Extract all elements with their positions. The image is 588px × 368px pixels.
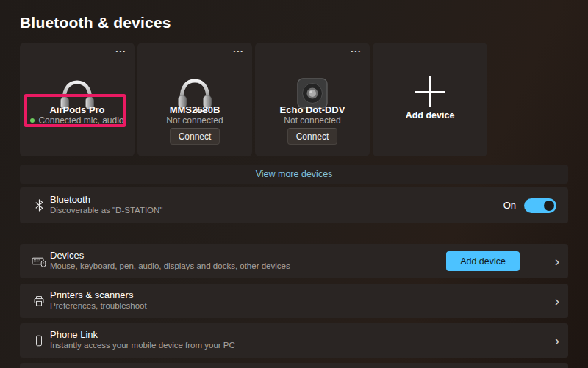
device-card-speaker[interactable]: ••• Echo Dot-DDV Not connected Connect: [255, 43, 370, 156]
bluetooth-toggle[interactable]: [524, 198, 556, 213]
bluetooth-icon: [31, 187, 47, 223]
phone-link-subtitle: Instantly access your mobile device from…: [50, 341, 235, 350]
device-name: Echo Dot-DDV: [255, 104, 370, 115]
device-status: Not connected: [255, 115, 370, 126]
headset-icon: [137, 43, 252, 113]
devices-title: Devices: [50, 250, 84, 261]
connect-button[interactable]: Connect: [287, 128, 337, 145]
device-status: Not connected: [137, 115, 252, 126]
printer-icon: [31, 284, 47, 318]
view-more-devices-link[interactable]: View more devices: [20, 165, 568, 184]
add-device-label: Add device: [373, 110, 487, 120]
page-title: Bluetooth & devices: [20, 14, 171, 32]
device-card-headset[interactable]: ••• MMS2580B Not connected Connect: [137, 43, 252, 156]
device-name: MMS2580B: [137, 104, 252, 115]
chevron-right-icon[interactable]: ›: [555, 293, 559, 307]
headphones-icon: [20, 43, 135, 113]
partial-next-row[interactable]: [20, 363, 568, 368]
printers-row[interactable]: Printers & scanners Preferences, trouble…: [20, 284, 568, 318]
toggle-knob: [544, 201, 554, 211]
add-device-card[interactable]: Add device: [373, 43, 487, 156]
toggle-state-label: On: [503, 200, 516, 211]
chevron-right-icon[interactable]: ›: [555, 333, 559, 347]
add-device-button[interactable]: Add device: [446, 251, 520, 271]
printers-subtitle: Preferences, troubleshoot: [50, 301, 147, 310]
keyboard-mouse-icon: [31, 244, 47, 278]
phone-link-title: Phone Link: [50, 329, 98, 340]
printers-title: Printers & scanners: [50, 289, 133, 300]
bluetooth-row[interactable]: Bluetooth Discoverable as "D-STATION" On: [20, 187, 568, 223]
devices-row[interactable]: Devices Mouse, keyboard, pen, audio, dis…: [20, 244, 568, 278]
connected-dot-icon: [30, 118, 35, 123]
device-name: AirPods Pro: [20, 104, 135, 115]
speaker-icon: [255, 43, 370, 113]
devices-subtitle: Mouse, keyboard, pen, audio, displays an…: [50, 261, 290, 270]
chevron-right-icon[interactable]: ›: [555, 253, 559, 267]
device-card-airpods[interactable]: ••• AirPods Pro Connected mic, audio: [20, 43, 135, 156]
bluetooth-subtitle: Discoverable as "D-STATION": [50, 206, 162, 214]
bluetooth-title: Bluetooth: [50, 194, 90, 205]
connect-button[interactable]: Connect: [170, 128, 220, 145]
phone-link-row[interactable]: Phone Link Instantly access your mobile …: [20, 323, 568, 358]
device-status: Connected mic, audio: [20, 115, 135, 126]
phone-icon: [31, 323, 47, 358]
